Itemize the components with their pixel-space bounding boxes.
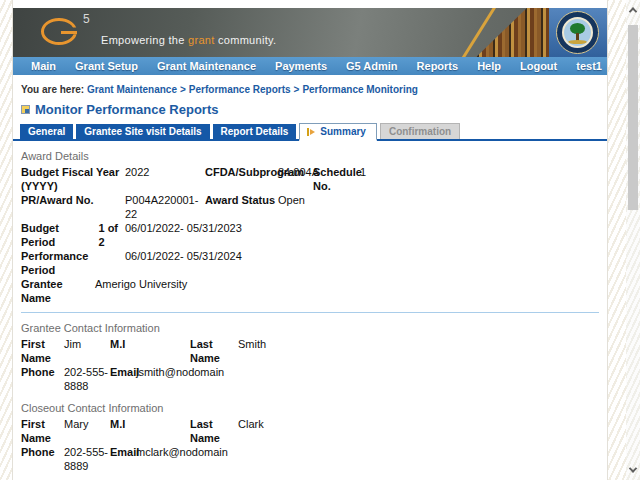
award-details-title: Award Details: [21, 150, 599, 162]
seal-ground: [568, 40, 587, 44]
last-name-value: Smith: [238, 337, 266, 351]
breadcrumb: You are here: Grant Maintenance>Performa…: [21, 84, 607, 95]
tab-grantee-site-visit-details[interactable]: Grantee Site visit Details: [76, 124, 209, 139]
nav-item-g5-admin[interactable]: G5 Admin: [346, 60, 398, 72]
nav-item-grant-maintenance[interactable]: Grant Maintenance: [157, 60, 256, 72]
cfda-value: 84.004A: [278, 165, 313, 179]
first-name-label: First Name: [21, 337, 64, 365]
budget-fiscal-year-label: Budget Fiscal Year (YYYY): [21, 165, 125, 193]
email-value: jsmith@nodomain: [136, 365, 224, 379]
mi-label: M.I: [110, 337, 190, 351]
phone-label: Phone: [21, 365, 64, 379]
performance-period-value: 06/01/2022- 05/31/2024: [125, 249, 242, 263]
g5-logo-bar: [61, 31, 77, 34]
tab-summary-label: Summary: [320, 126, 366, 137]
breadcrumb-link-performance-reports[interactable]: Performance Reports: [189, 84, 291, 95]
pr-award-label: PR/Award No.: [21, 193, 125, 207]
nav-item-username[interactable]: test1: [576, 60, 602, 72]
grantee-contact-section: Grantee Contact Information First Name J…: [13, 322, 607, 393]
scrollbar-down-arrow[interactable]: [626, 462, 640, 478]
pr-award-value: P004A220001-22: [125, 193, 205, 221]
closeout-contact-section: Closeout Contact Information First Name …: [13, 402, 607, 480]
scrollbar-thumb[interactable]: [628, 25, 638, 210]
page-title-icon: [21, 105, 30, 114]
email-label: Email: [110, 365, 136, 379]
nav-item-reports[interactable]: Reports: [417, 60, 459, 72]
closeout-contact-title: Closeout Contact Information: [21, 402, 599, 414]
main-navbar: Main Grant Setup Grant Maintenance Payme…: [13, 57, 607, 75]
phone-value: 202-555-8889: [64, 445, 110, 473]
budget-period-seq: 1 of 2: [98, 221, 125, 249]
nav-item-grant-setup[interactable]: Grant Setup: [75, 60, 138, 72]
scrollbar-up-arrow[interactable]: [626, 2, 640, 18]
email-label: Email: [110, 445, 136, 459]
department-of-education-seal-icon: [556, 11, 599, 54]
schedule-no-label: Schedule No.: [313, 165, 360, 193]
last-name-label: Last Name: [190, 417, 238, 445]
nav-item-logout[interactable]: Logout: [520, 60, 557, 72]
tagline-pre: Empowering the: [101, 34, 188, 46]
grantee-name-label: Grantee Name: [21, 277, 95, 305]
bookshelf-image: [441, 8, 551, 57]
page-title-row: Monitor Performance Reports: [21, 102, 607, 117]
award-status-label: Award Status: [205, 193, 278, 207]
breadcrumb-prefix: You are here:: [21, 84, 84, 95]
banner-tagline: Empowering the grant community.: [101, 34, 276, 46]
award-status-value: Open: [278, 193, 305, 207]
nav-item-payments[interactable]: Payments: [275, 60, 327, 72]
page-title: Monitor Performance Reports: [35, 102, 218, 117]
tab-general[interactable]: General: [20, 124, 73, 139]
g5-logo-sup: 5: [83, 12, 90, 26]
nav-item-help[interactable]: Help: [477, 60, 501, 72]
cfda-label: CFDA/Subprogram: [205, 165, 278, 179]
tab-confirmation: Confirmation: [380, 123, 460, 139]
schedule-no-value: 1: [360, 165, 366, 179]
breadcrumb-separator: >: [180, 84, 186, 95]
breadcrumb-link-performance-monitoring[interactable]: Performance Monitoring: [302, 84, 418, 95]
mi-label: M.I: [110, 417, 190, 431]
first-name-label: First Name: [21, 417, 64, 445]
phone-label: Phone: [21, 445, 64, 459]
phone-value: 202-555-8888: [64, 365, 110, 393]
first-name-value: Jim: [64, 337, 110, 351]
seal-panel: [549, 8, 607, 57]
seal-inner: [562, 17, 593, 48]
email-value: mclark@nodomain: [136, 445, 228, 459]
nav-item-main[interactable]: Main: [31, 60, 56, 72]
budget-fiscal-year-value: 2022: [125, 165, 205, 179]
first-name-value: Mary: [64, 417, 110, 431]
performance-period-label: Performance Period: [21, 249, 125, 277]
tagline-post: community.: [215, 34, 277, 46]
active-tab-icon: [307, 128, 316, 136]
breadcrumb-separator: >: [294, 84, 300, 95]
vertical-scrollbar: [626, 0, 640, 480]
grantee-contact-title: Grantee Contact Information: [21, 322, 599, 334]
last-name-value: Clark: [238, 417, 264, 431]
tab-bar: General Grantee Site visit Details Repor…: [13, 122, 607, 141]
tab-summary[interactable]: Summary: [299, 123, 377, 141]
app-banner: 5 Empowering the grant community.: [13, 8, 607, 57]
section-divider: [21, 312, 599, 313]
grantee-name-value: Amerigo University: [95, 277, 187, 291]
g5-logo: 5: [41, 16, 81, 48]
tab-report-details[interactable]: Report Details: [213, 124, 297, 139]
page-content: 5 Empowering the grant community. Main G…: [12, 0, 608, 480]
breadcrumb-link-grant-maintenance[interactable]: Grant Maintenance: [87, 84, 177, 95]
award-details-section: Award Details Budget Fiscal Year (YYYY) …: [13, 150, 607, 313]
tagline-accent: grant: [188, 34, 215, 46]
budget-period-value: 06/01/2022- 05/31/2023: [125, 221, 242, 235]
budget-period-label: Budget Period1 of 2: [21, 221, 125, 249]
last-name-label: Last Name: [190, 337, 238, 365]
